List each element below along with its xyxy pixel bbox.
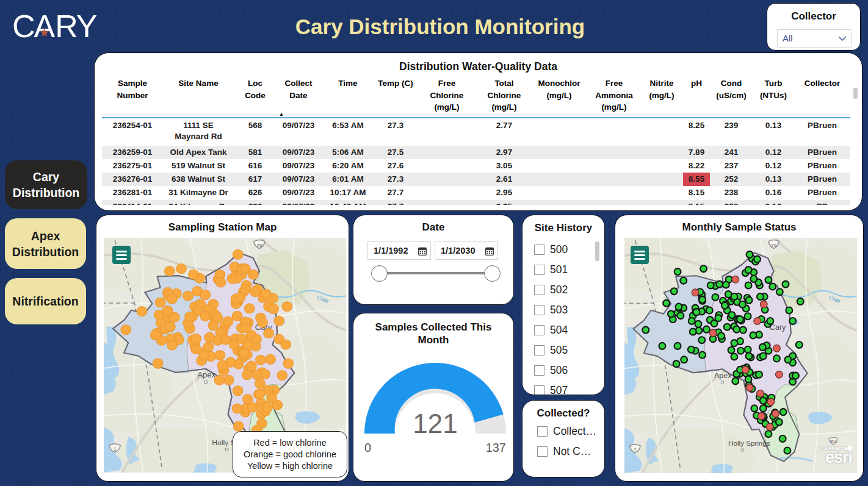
svg-text:1: 1: [634, 447, 636, 452]
svg-text:esri: esri: [825, 448, 852, 465]
svg-text:70: 70: [771, 243, 776, 248]
svg-text:1: 1: [114, 446, 117, 452]
svg-text:0: 0: [364, 441, 371, 454]
svg-text:Apex: Apex: [714, 371, 732, 380]
svg-text:Holly Springs: Holly Springs: [728, 439, 770, 447]
svg-text:401: 401: [830, 439, 837, 443]
svg-text:121: 121: [413, 409, 457, 438]
svg-text:Apex: Apex: [197, 371, 215, 380]
svg-text:137: 137: [486, 441, 506, 454]
svg-text:70: 70: [256, 243, 262, 248]
